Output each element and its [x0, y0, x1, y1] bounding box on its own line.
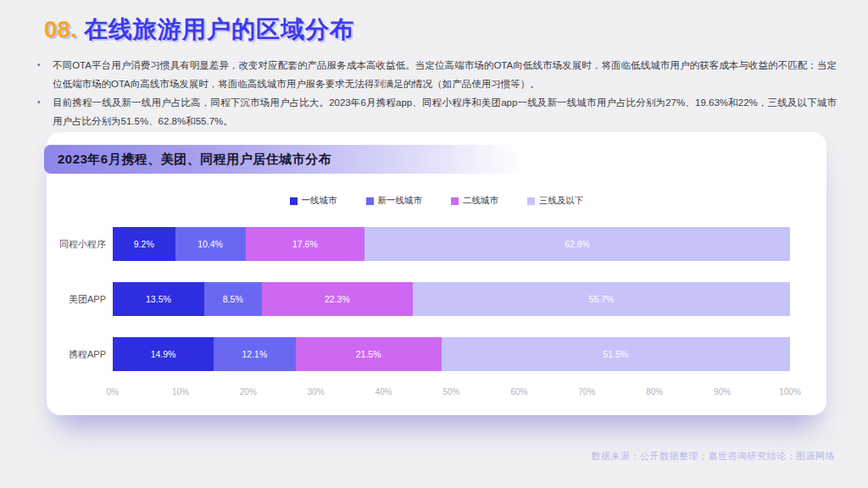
chart-title-banner: 2023年6月携程、美团、同程用户居住城市分布: [44, 145, 523, 174]
value-label: 14.9%: [151, 349, 176, 359]
page-title: 在线旅游用户的区域分布: [84, 16, 354, 42]
report-slide: 08.在线旅游用户的区域分布 不同OTA平台用户消费习惯具有明显差异，改变对应配…: [0, 0, 868, 488]
legend-item: 一线城市: [290, 195, 337, 207]
x-axis-tick: 40%: [376, 387, 392, 396]
x-axis-tick: 0%: [107, 387, 119, 396]
legend-swatch: [451, 197, 459, 205]
bar-segment: 9.2%: [113, 227, 175, 261]
value-label: 51.5%: [603, 349, 628, 359]
bar-segment: 22.3%: [262, 282, 413, 316]
legend-item: 三线及以下: [527, 195, 584, 207]
bar-segment: 62.8%: [364, 227, 790, 261]
bar-segment: 13.5%: [113, 282, 204, 316]
legend-label: 一线城市: [302, 195, 337, 207]
x-axis-tick: 60%: [510, 387, 527, 396]
category-label: 同程小程序: [47, 238, 106, 251]
value-label: 9.2%: [134, 239, 154, 249]
x-axis-tick: 20%: [240, 387, 257, 396]
bar-segment: 14.9%: [113, 337, 214, 371]
value-label: 21.5%: [356, 349, 381, 359]
x-axis: 0%10%20%30%40%50%60%70%80%90%100%: [113, 387, 790, 399]
value-label: 17.6%: [292, 239, 318, 249]
value-label: 10.4%: [198, 239, 223, 249]
bar-segment: 12.1%: [214, 337, 296, 371]
bar-segment: 21.5%: [296, 337, 442, 371]
bar-segment: 10.4%: [175, 227, 246, 261]
value-label: 55.7%: [589, 294, 615, 304]
bar-row: 携程APP14.9%12.1%21.5%51.5%: [47, 337, 790, 371]
data-source-note: 数据来源：公开数据整理；嘉世咨询研究结论；图源网络: [592, 450, 836, 463]
bar-segment: 17.6%: [246, 227, 365, 261]
bar-row: 同程小程序9.2%10.4%17.6%62.8%: [47, 227, 790, 261]
category-label: 携程APP: [47, 348, 106, 361]
x-axis-tick: 50%: [442, 387, 459, 396]
page-header: 08.在线旅游用户的区域分布: [44, 14, 354, 46]
legend-item: 新一线城市: [366, 195, 423, 207]
chart-card: 2023年6月携程、美团、同程用户居住城市分布 一线城市新一线城市二线城市三线及…: [47, 132, 826, 415]
chart-title: 2023年6月携程、美团、同程用户居住城市分布: [44, 152, 331, 168]
bullet-item: 目前携程一线及新一线用户占比高，同程下沉市场用户占比大。2023年6月携程app…: [36, 93, 837, 130]
value-label: 22.3%: [325, 294, 350, 304]
x-axis-tick: 90%: [714, 387, 731, 396]
chart-legend: 一线城市新一线城市二线城市三线及以下: [47, 195, 826, 207]
bar-segment: 55.7%: [413, 282, 790, 316]
legend-label: 二线城市: [463, 195, 498, 207]
value-label: 62.8%: [565, 239, 590, 249]
stacked-bar: 13.5%8.5%22.3%55.7%: [113, 282, 790, 316]
x-axis-tick: 80%: [646, 387, 663, 396]
x-axis-tick: 10%: [172, 387, 189, 396]
x-axis-tick: 30%: [308, 387, 325, 396]
value-label: 13.5%: [146, 294, 171, 304]
legend-label: 新一线城市: [378, 195, 423, 207]
stacked-bar-chart: 同程小程序9.2%10.4%17.6%62.8%美团APP13.5%8.5%22…: [47, 227, 790, 392]
bar-row: 美团APP13.5%8.5%22.3%55.7%: [47, 282, 790, 316]
summary-bullets: 不同OTA平台用户消费习惯具有明显差异，改变对应配套的产品服务成本高收益低。当定…: [36, 56, 837, 130]
x-axis-tick: 70%: [578, 387, 595, 396]
legend-label: 三线及以下: [539, 195, 584, 207]
bar-segment: 8.5%: [204, 282, 262, 316]
category-label: 美团APP: [47, 293, 106, 306]
stacked-bar: 9.2%10.4%17.6%62.8%: [113, 227, 790, 261]
legend-swatch: [527, 197, 535, 205]
stacked-bar: 14.9%12.1%21.5%51.5%: [113, 337, 790, 371]
legend-swatch: [290, 197, 298, 205]
x-axis-tick: 100%: [779, 387, 801, 396]
value-label: 12.1%: [242, 349, 267, 359]
bullet-item: 不同OTA平台用户消费习惯具有明显差异，改变对应配套的产品服务成本高收益低。当定…: [36, 56, 837, 93]
bar-segment: 51.5%: [442, 337, 790, 371]
page-number: 08.: [44, 16, 77, 42]
legend-swatch: [366, 197, 374, 205]
value-label: 8.5%: [223, 294, 243, 304]
legend-item: 二线城市: [451, 195, 498, 207]
